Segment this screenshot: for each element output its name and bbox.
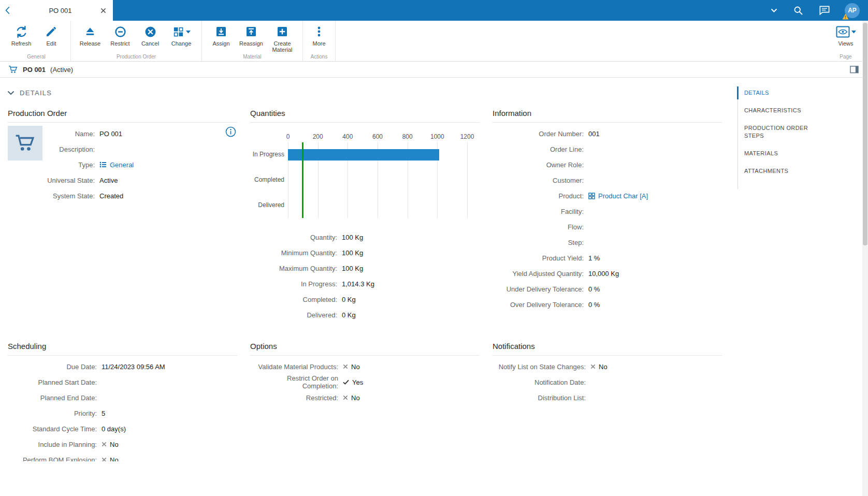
- field-row: Notify List on State Changes: No: [493, 359, 722, 374]
- field-row: Include in Planning: No: [8, 436, 237, 452]
- avatar[interactable]: AP: [845, 3, 860, 18]
- target-line: [302, 142, 303, 218]
- create-material-button[interactable]: Create Material: [266, 23, 298, 53]
- field-row: Yield Adjusted Quantity: 10,000 Kg: [493, 266, 722, 281]
- field-row: Delivered: 0 Kg: [250, 307, 480, 323]
- field-value: No: [343, 394, 360, 402]
- toolbar-group-actions: More Actions: [303, 21, 336, 61]
- field-row: Planned End Date:: [8, 390, 237, 405]
- field-row: Standard Cycle Time: 0 day(s): [8, 421, 237, 436]
- field-value[interactable]: General: [99, 161, 134, 169]
- cross-icon: [590, 364, 596, 369]
- information-fields: Order Number: 001 Order Line: Owner Role…: [493, 126, 722, 312]
- field-row: Planned Start Date:: [8, 374, 237, 390]
- production-order-title: Production Order: [8, 109, 237, 123]
- field-value: No: [590, 363, 607, 371]
- field-label: Product:: [493, 192, 588, 200]
- search-button[interactable]: [792, 4, 804, 17]
- field-value[interactable]: Product Char [A]: [588, 192, 648, 200]
- cart-icon: [15, 133, 36, 154]
- field-row: Completed: 0 Kg: [250, 291, 480, 307]
- more-icon: [313, 25, 325, 38]
- field-label: Validate Material Products:: [250, 363, 343, 371]
- open-side-panel-button[interactable]: [849, 65, 860, 75]
- field-label: Include in Planning:: [8, 441, 102, 448]
- change-caret-icon: [186, 30, 191, 34]
- field-label: Under Delivery Tolerance:: [493, 285, 588, 293]
- topbar-dropdown-button[interactable]: [770, 7, 778, 14]
- app-window: PO 001 AP: [0, 0, 868, 496]
- views-button[interactable]: Views: [830, 23, 862, 47]
- field-row: Maximum Quantity: 100 Kg: [250, 260, 480, 276]
- cross-icon: [102, 442, 107, 447]
- quantities-panel: Quantities 020040060080010001200In Progr…: [250, 109, 480, 323]
- field-label: Standard Cycle Time:: [8, 425, 102, 433]
- info-icon: [225, 126, 236, 137]
- restrict-button[interactable]: Restrict: [105, 23, 135, 47]
- details-section-title: DETAILS: [20, 89, 52, 97]
- field-value: 100 Kg: [342, 249, 363, 257]
- quantities-fields: Quantity: 100 Kg Minimum Quantity: 100 K…: [250, 229, 480, 323]
- field-row: Product Yield: 1 %: [493, 250, 722, 266]
- tab-po-001[interactable]: PO 001: [16, 0, 113, 21]
- field-value: 1 %: [588, 254, 600, 262]
- field-value: 100 Kg: [342, 265, 363, 272]
- field-label: Perform BOM Explosion:: [8, 456, 102, 462]
- field-value: 10,000 Kg: [588, 270, 619, 278]
- check-icon: [343, 380, 349, 385]
- field-value: Yes: [343, 378, 363, 386]
- details-section-toggle[interactable]: DETAILS: [7, 89, 52, 97]
- messages-button[interactable]: [818, 4, 831, 17]
- field-label: Delivered:: [250, 311, 342, 319]
- x-tick-label: 600: [372, 133, 383, 140]
- info-button[interactable]: [225, 126, 236, 137]
- edit-icon: [45, 25, 57, 38]
- anchor-nav-label: CHARACTERISTICS: [744, 107, 801, 113]
- production-order-image: [8, 126, 42, 161]
- field-value: 0 Kg: [342, 311, 356, 319]
- anchor-nav: DETAILS CHARACTERISTICS PRODUCTION ORDER…: [737, 88, 813, 189]
- refresh-button[interactable]: Refresh: [6, 23, 36, 47]
- change-button[interactable]: Change: [165, 23, 197, 47]
- field-label: System State:: [8, 192, 99, 200]
- field-label: Step:: [493, 239, 588, 246]
- field-row: Product: Product Char [A]: [493, 188, 722, 203]
- field-label: Facility:: [493, 208, 588, 215]
- gridline: [467, 142, 468, 218]
- tab-title: PO 001: [22, 7, 99, 14]
- field-label: Distribution List:: [493, 394, 590, 402]
- assign-button[interactable]: Assign: [206, 23, 236, 47]
- information-panel: Information Order Number: 001 Order Line…: [493, 109, 722, 312]
- anchor-nav-item[interactable]: CHARACTERISTICS: [738, 107, 813, 114]
- field-label: Completed:: [250, 296, 342, 303]
- field-row: Owner Role:: [493, 157, 722, 172]
- cross-icon: [343, 395, 348, 400]
- toolbar-group-general: Refresh Edit General: [2, 21, 71, 61]
- reassign-button[interactable]: Reassign: [236, 23, 266, 47]
- field-value: No: [343, 363, 360, 371]
- anchor-nav-label: ATTACHMENTS: [744, 168, 788, 174]
- information-title: Information: [493, 109, 722, 123]
- cancel-button[interactable]: Cancel: [135, 23, 165, 47]
- edit-button[interactable]: Edit: [36, 23, 66, 47]
- more-button[interactable]: More: [307, 23, 331, 47]
- field-row: Over Delivery Tolerance: 0 %: [493, 297, 722, 312]
- anchor-nav-item[interactable]: DETAILS: [738, 89, 813, 97]
- release-button[interactable]: Release: [75, 23, 105, 47]
- change-icon: [172, 26, 184, 38]
- tab-close-icon[interactable]: [99, 6, 108, 15]
- chart-bar-in-progress: [288, 149, 439, 161]
- vertical-scrollbar[interactable]: [862, 21, 868, 496]
- scrollbar-thumb[interactable]: [863, 23, 867, 245]
- anchor-nav-label: MATERIALS: [744, 150, 778, 156]
- anchor-nav-item[interactable]: MATERIALS: [738, 150, 813, 157]
- warning-badge-icon: [842, 13, 849, 20]
- back-button[interactable]: [0, 0, 16, 21]
- anchor-nav-item[interactable]: PRODUCTION ORDER STEPS: [738, 124, 813, 140]
- product-icon: [588, 193, 595, 199]
- field-label: Universal State:: [8, 177, 99, 184]
- anchor-nav-item[interactable]: ATTACHMENTS: [738, 167, 813, 175]
- toolbar-group-page: Views Page: [826, 21, 866, 61]
- field-row: Step:: [493, 235, 722, 250]
- field-value: 0 day(s): [102, 425, 126, 433]
